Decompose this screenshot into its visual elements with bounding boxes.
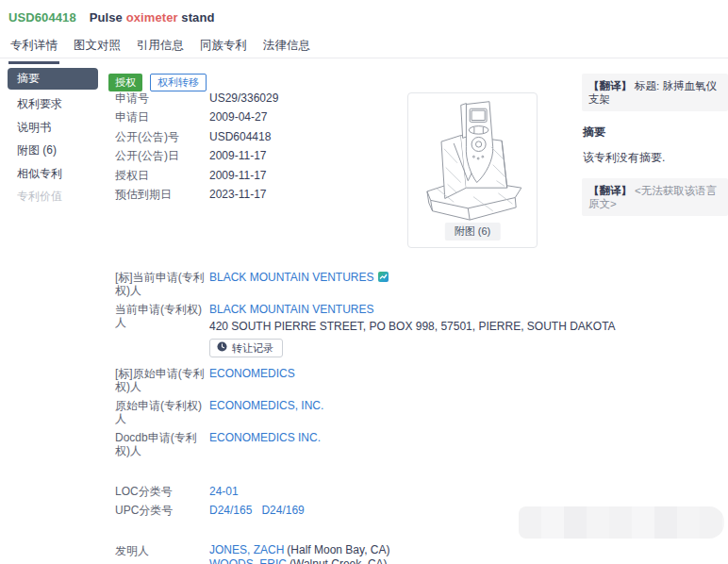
- loc-class-link[interactable]: 24-01: [209, 485, 239, 498]
- inventors-row: 发明人 JONES, ZACH(Half Moon Bay, CA) WOODS…: [115, 544, 616, 564]
- abstract-heading: 摘要: [583, 124, 728, 141]
- field-row: 公开(公告)号USD604418: [115, 127, 278, 146]
- patent-title-highlight: oximeter: [126, 10, 178, 25]
- section-sidebar: 摘要 权利要求 说明书 附图 (6) 相似专利 专利价值: [8, 68, 98, 208]
- std-original-applicant-link[interactable]: ECONOMEDICS: [209, 367, 295, 380]
- inventor-link[interactable]: JONES, ZACH: [209, 543, 284, 556]
- upc-class-link[interactable]: D24/165: [209, 504, 252, 517]
- figure-caption: 附图 (6): [445, 223, 501, 241]
- tabbar-divider: [0, 58, 728, 58]
- tab-bar: 专利详情 图文对照 引用信息 同族专利 法律信息: [8, 38, 312, 64]
- transfer-record-button[interactable]: 转让记录: [209, 339, 283, 357]
- company-chart-icon[interactable]: [378, 272, 389, 282]
- sidebar-item-abstract[interactable]: 摘要: [8, 68, 98, 90]
- current-applicant-row: 当前申请(专利权)人 BLACK MOUNTAIN VENTURES 420 S…: [115, 303, 616, 367]
- translated-title-bar: 【翻译】标题: 脉搏血氧仪支架: [582, 74, 728, 111]
- field-row: 预估到期日2023-11-17: [115, 185, 278, 204]
- figure-thumbnail-card[interactable]: 附图 (6): [407, 92, 538, 248]
- applicant-address: 420 SOUTH PIERRE STREET, PO BOX 998, 575…: [209, 320, 616, 333]
- translate-tag: 【翻译】: [588, 80, 632, 91]
- original-applicant-link[interactable]: ECONOMEDICS, INC.: [209, 399, 323, 412]
- docdb-applicant-row: Docdb申请(专利权)人 ECONOMEDICS INC.: [115, 431, 616, 457]
- docdb-applicant-link[interactable]: ECONOMEDICS INC.: [209, 431, 321, 444]
- inventor-link[interactable]: WOODS, ERIC: [209, 557, 287, 564]
- tab-legal-info[interactable]: 法律信息: [261, 38, 312, 64]
- patent-number: USD604418: [8, 10, 76, 25]
- patent-drawing: [411, 97, 534, 222]
- bibliographic-fields: 申请号US29/336029 申请日2009-04-27 公开(公告)号USD6…: [115, 89, 278, 204]
- sidebar-item-patent-value: 专利价值: [8, 185, 98, 208]
- translate-tag: 【翻译】: [588, 185, 632, 196]
- std-current-applicant-row: [标]当前申请(专利权)人 BLACK MOUNTAIN VENTURES: [115, 271, 616, 297]
- patent-title-post: stand: [178, 10, 215, 25]
- page-title: USD604418Pulse oximeter stand: [8, 10, 215, 25]
- translated-abstract-bar: 【翻译】<无法获取该语言原文>: [582, 178, 728, 216]
- std-current-applicant-link[interactable]: BLACK MOUNTAIN VENTURES: [209, 271, 373, 284]
- clock-icon: [217, 341, 227, 355]
- upc-class-link[interactable]: D24/169: [261, 504, 304, 517]
- sidebar-item-claims[interactable]: 权利要求: [8, 92, 98, 116]
- tab-patent-detail[interactable]: 专利详情: [8, 38, 59, 64]
- field-row: 授权日2009-11-17: [115, 166, 278, 185]
- tab-image-text-compare[interactable]: 图文对照: [72, 38, 123, 64]
- loc-class-row: LOC分类号 24-01: [115, 485, 616, 498]
- field-row: 申请日2009-04-27: [115, 108, 278, 126]
- patent-detail-page: USD604418Pulse oximeter stand 专利详情 图文对照 …: [0, 0, 728, 564]
- patent-title-pre: Pulse: [90, 10, 126, 25]
- original-applicant-row: 原始申请(专利权)人 ECONOMEDICS, INC.: [115, 399, 616, 425]
- sidebar-item-description[interactable]: 说明书: [8, 116, 98, 140]
- translation-panel: 【翻译】标题: 脉搏血氧仪支架 摘要 该专利没有摘要. 【翻译】<无法获取该语言…: [582, 74, 728, 216]
- current-applicant-link[interactable]: BLACK MOUNTAIN VENTURES: [209, 303, 373, 316]
- field-row: 申请号US29/336029: [115, 89, 278, 108]
- tab-patent-family[interactable]: 同族专利: [198, 38, 249, 64]
- sidebar-item-similar-patents[interactable]: 相似专利: [8, 162, 98, 186]
- abstract-text: 该专利没有摘要.: [583, 150, 728, 166]
- std-original-applicant-row: [标]原始申请(专利权)人 ECONOMEDICS: [115, 367, 616, 393]
- blurred-watermark: [519, 506, 724, 539]
- field-row: 公开(公告)日2009-11-17: [115, 146, 278, 165]
- tab-citation-info[interactable]: 引用信息: [135, 38, 186, 64]
- sidebar-item-figures[interactable]: 附图 (6): [8, 139, 98, 162]
